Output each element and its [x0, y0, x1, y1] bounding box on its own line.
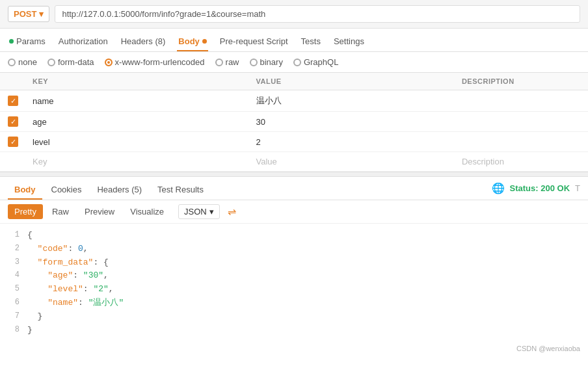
json-format-select[interactable]: JSON ▾	[178, 204, 220, 219]
tab-pre-request-label: Pre-request Script	[220, 36, 288, 46]
value-placeholder[interactable]: Value	[256, 157, 277, 166]
resp-tab-cookies[interactable]: Cookies	[45, 181, 88, 200]
table-row: ✓ level 2	[0, 132, 588, 152]
option-form-data[interactable]: form-data	[47, 57, 94, 67]
radio-raw	[215, 59, 223, 66]
option-none-label: none	[18, 57, 37, 67]
request-tabs: Params Authorization Headers (8) Body Pr…	[0, 29, 588, 52]
option-binary[interactable]: binary	[250, 57, 283, 67]
option-graphql-label: GraphQL	[304, 57, 338, 67]
fmt-tab-pretty[interactable]: Pretty	[8, 204, 43, 219]
code-line-7: 7 }	[8, 310, 588, 324]
status-badge: Status: 200 OK	[510, 183, 570, 193]
code-line-6: 6 "name": "温小八"	[8, 296, 588, 310]
option-urlencoded-label: x-www-form-urlencoded	[115, 57, 205, 67]
value-cell-age[interactable]: 30	[250, 112, 455, 132]
chevron-down-icon: ▾	[39, 9, 44, 19]
value-cell-level[interactable]: 2	[250, 132, 455, 152]
radio-none	[8, 59, 16, 66]
value-cell-name[interactable]: 温小八	[250, 90, 455, 112]
method-select[interactable]: POST ▾	[8, 6, 49, 22]
code-line-1: 1 {	[8, 229, 588, 243]
fmt-tab-preview[interactable]: Preview	[78, 204, 121, 219]
request-table: KEY VALUE DESCRIPTION ✓ name 温小八 ✓ age 3…	[0, 73, 588, 172]
code-line-3: 3 "form_data": {	[8, 256, 588, 270]
footer-credit: CSDN @wenxiaoba	[516, 345, 580, 352]
th-check	[0, 73, 26, 90]
radio-urlencoded	[105, 59, 113, 66]
resp-tab-body[interactable]: Body	[8, 181, 42, 200]
checkbox-age[interactable]: ✓	[8, 116, 18, 127]
th-value: VALUE	[250, 73, 455, 90]
key-cell-name[interactable]: name	[26, 90, 250, 112]
format-row: Pretty Raw Preview Visualize JSON ▾ ⇌	[0, 200, 588, 224]
tab-tests[interactable]: Tests	[300, 33, 322, 51]
option-none[interactable]: none	[8, 57, 37, 67]
section-divider	[0, 172, 588, 177]
body-options: none form-data x-www-form-urlencoded raw…	[0, 52, 588, 73]
radio-binary	[250, 59, 258, 66]
method-label: POST	[14, 9, 36, 19]
desc-placeholder: Description	[462, 157, 504, 166]
tab-settings-label: Settings	[334, 36, 364, 46]
fmt-tab-raw[interactable]: Raw	[46, 204, 75, 219]
checkbox-level[interactable]: ✓	[8, 137, 18, 147]
tab-body-label: Body	[178, 36, 200, 46]
tab-pre-request[interactable]: Pre-request Script	[219, 33, 289, 51]
globe-icon: 🌐	[492, 182, 505, 194]
tab-params-label: Params	[16, 36, 46, 46]
desc-cell-age[interactable]	[455, 112, 588, 132]
footer: CSDN @wenxiaoba	[0, 342, 588, 355]
code-area: 1 { 2 "code": 0, 3 "form_data": { 4 "age…	[0, 224, 588, 342]
option-binary-label: binary	[260, 57, 283, 67]
resp-tab-headers[interactable]: Headers (5)	[90, 181, 148, 200]
option-graphql[interactable]: GraphQL	[293, 57, 338, 67]
tab-settings[interactable]: Settings	[332, 33, 366, 51]
status-extra: T	[575, 183, 580, 193]
resp-tab-test-results[interactable]: Test Results	[151, 181, 210, 200]
code-line-4: 4 "age": "30",	[8, 269, 588, 283]
table-row: ✓ age 30	[0, 112, 588, 132]
tab-tests-label: Tests	[301, 36, 321, 46]
params-dot	[9, 39, 14, 44]
status-area: 🌐 Status: 200 OK T	[492, 182, 580, 198]
tab-authorization-label: Authorization	[59, 36, 108, 46]
fmt-tab-visualize[interactable]: Visualize	[124, 204, 170, 219]
tab-body[interactable]: Body	[177, 33, 208, 51]
response-tabs: Body Cookies Headers (5) Test Results 🌐 …	[0, 177, 588, 200]
key-cell-age[interactable]: age	[26, 112, 250, 132]
json-select-label: JSON	[184, 207, 207, 217]
table-row-empty: Key Value Description	[0, 152, 588, 172]
wrap-icon[interactable]: ⇌	[228, 205, 236, 218]
code-line-8: 8 }	[8, 324, 588, 337]
chevron-down-icon: ▾	[209, 207, 214, 217]
code-line-2: 2 "code": 0,	[8, 243, 588, 256]
top-bar: POST ▾	[0, 0, 588, 29]
option-raw[interactable]: raw	[215, 57, 239, 67]
radio-graphql	[293, 59, 301, 66]
key-cell-level[interactable]: level	[26, 132, 250, 152]
desc-cell-name[interactable]	[455, 90, 588, 112]
url-input[interactable]	[55, 5, 580, 23]
tab-params[interactable]: Params	[8, 33, 47, 51]
key-placeholder[interactable]: Key	[33, 157, 47, 166]
th-desc: DESCRIPTION	[455, 73, 588, 90]
th-key: KEY	[26, 73, 250, 90]
tab-headers-label: Headers (8)	[121, 36, 166, 46]
option-urlencoded[interactable]: x-www-form-urlencoded	[105, 57, 205, 67]
tab-headers[interactable]: Headers (8)	[120, 33, 167, 51]
table-row: ✓ name 温小八	[0, 90, 588, 112]
checkbox-name[interactable]: ✓	[8, 96, 18, 106]
option-form-data-label: form-data	[58, 57, 94, 67]
option-raw-label: raw	[226, 57, 239, 67]
tab-authorization[interactable]: Authorization	[57, 33, 109, 51]
body-dot	[202, 39, 207, 44]
code-line-5: 5 "level": "2",	[8, 283, 588, 296]
desc-cell-level[interactable]	[455, 132, 588, 152]
radio-form-data	[47, 59, 55, 66]
